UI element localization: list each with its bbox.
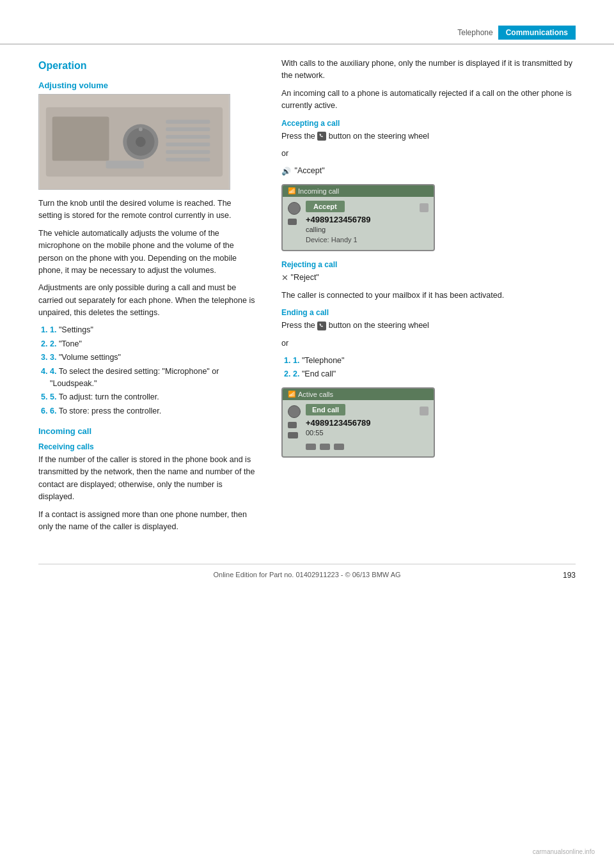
active-screen-body: End call +4989123456789 00:55: [283, 400, 434, 456]
volume-steps-list: 1. "Settings" 2. "Tone" 3. "Volume setti…: [38, 324, 256, 417]
incoming-call-title: Incoming call: [38, 426, 256, 436]
operation-title: Operation: [38, 60, 256, 72]
accepting-call-voice: 🔊 "Accept": [281, 165, 576, 177]
active-screen-nav-circle: [288, 405, 301, 418]
active-wifi-icon: 📶: [288, 391, 295, 398]
ctrl1: [306, 444, 316, 450]
volume-step-3: 3. "Volume settings": [50, 352, 256, 364]
screen-nav-circle: [288, 202, 301, 215]
receiving-calls-p1: If the number of the caller is stored in…: [38, 454, 256, 504]
watermark: carmanualsonline.info: [533, 848, 595, 855]
screen-nav-btn: [288, 219, 297, 225]
footer: Online Edition for Part no. 01402911223 …: [38, 564, 576, 578]
aux-phone-p2: An incoming call to a phone is automatic…: [281, 88, 576, 112]
volume-step-6: 6. To store: press the controller.: [50, 405, 256, 417]
ctrl2: [320, 444, 330, 450]
end-call-phone-icon: [317, 322, 326, 330]
incoming-screen-body: Accept +4989123456789 calling Device: Ha…: [283, 197, 434, 250]
ctrl3: [334, 444, 344, 450]
svg-point-5: [136, 137, 146, 147]
active-screen-side-btn: [420, 407, 429, 415]
adjusting-volume-p3: Adjustments are only possible during a c…: [38, 282, 256, 319]
active-number: +4989123456789: [306, 418, 414, 428]
incoming-call-screen: 📶 Incoming call Accept +4989123456789: [281, 184, 435, 251]
ending-step-2: 2. "End call": [293, 368, 576, 380]
active-screen-bottom-controls: [288, 444, 429, 450]
incoming-screen-content: Accept +4989123456789 calling Device: Ha…: [306, 201, 414, 244]
rejecting-call-voice: ✕ "Reject": [281, 272, 576, 284]
screen-side-btn: [420, 203, 429, 212]
adjusting-volume-p2: The vehicle automatically adjusts the vo…: [38, 228, 256, 277]
active-call-screen: 📶 Active calls End call: [281, 387, 435, 458]
ending-call-steps-list: 1. "Telephone" 2. "End call": [281, 355, 576, 381]
accepting-call-title: Accepting a call: [281, 119, 576, 128]
ending-call-or: or: [281, 337, 576, 350]
active-screen-nav-btn2: [288, 432, 298, 438]
page-number: 193: [563, 571, 576, 580]
accept-button-display: Accept: [306, 201, 345, 212]
svg-rect-12: [166, 158, 210, 162]
svg-rect-10: [166, 143, 210, 146]
rejecting-call-title: Rejecting a call: [281, 260, 576, 269]
active-screen-content: End call +4989123456789 00:55: [306, 404, 414, 438]
svg-rect-9: [166, 135, 210, 139]
incoming-device-label: Device: Handy 1: [306, 236, 414, 244]
header-bar: Telephone Communications: [0, 26, 614, 45]
right-column: With calls to the auxiliary phone, only …: [275, 58, 576, 538]
svg-rect-2: [52, 117, 109, 161]
svg-rect-7: [166, 120, 210, 123]
volume-step-1: 1. "Settings": [50, 324, 256, 336]
receiving-calls-p2: If a contact is assigned more than one p…: [38, 509, 256, 534]
reject-icon: ✕: [281, 272, 288, 284]
volume-step-5: 5. To adjust: turn the controller.: [50, 391, 256, 403]
header-communications-label: Communications: [498, 26, 576, 40]
footer-text: Online Edition for Part no. 01402911223 …: [213, 571, 400, 578]
aux-phone-p1: With calls to the auxiliary phone, only …: [281, 58, 576, 82]
wifi-icon: 📶: [288, 187, 295, 194]
active-screen-titlebar: 📶 Active calls: [283, 389, 434, 400]
svg-rect-11: [166, 150, 210, 154]
svg-rect-8: [166, 127, 210, 131]
active-screen-nav-btn: [288, 422, 297, 428]
left-column: Operation Adjusting volume: [38, 58, 275, 538]
ending-call-title: Ending a call: [281, 308, 576, 317]
svg-rect-13: [106, 161, 144, 169]
ending-step-1: 1. "Telephone": [293, 355, 576, 367]
accepting-call-or: or: [281, 148, 576, 160]
adjusting-volume-p1: Turn the knob until the desired volume i…: [38, 198, 256, 222]
incoming-calling-label: calling: [306, 226, 414, 233]
active-call-screen-wrapper: 📶 Active calls End call: [281, 387, 576, 458]
svg-point-6: [139, 127, 143, 131]
accepting-call-instruction: Press the button on the steering wheel: [281, 130, 576, 143]
volume-step-4: 4. To select the desired setting: "Micro…: [50, 366, 256, 391]
ending-call-instruction: Press the button on the steering wheel: [281, 320, 576, 332]
rejecting-call-p1: The caller is connected to your mailbox …: [281, 290, 576, 302]
knob-image: [38, 94, 230, 190]
incoming-number: +4989123456789: [306, 215, 414, 224]
incoming-screen-titlebar: 📶 Incoming call: [283, 185, 434, 197]
active-call-time: 00:55: [306, 429, 414, 437]
receiving-calls-title: Receiving calls: [38, 442, 256, 451]
voice-icon: 🔊: [281, 166, 291, 178]
adjusting-volume-title: Adjusting volume: [38, 81, 256, 90]
incoming-call-screen-wrapper: 📶 Incoming call Accept +4989123456789: [281, 184, 576, 251]
end-call-button-display: End call: [306, 404, 345, 415]
phone-button-icon: [317, 132, 326, 141]
header-telephone-label: Telephone: [457, 28, 492, 37]
volume-step-2: 2. "Tone": [50, 338, 256, 350]
